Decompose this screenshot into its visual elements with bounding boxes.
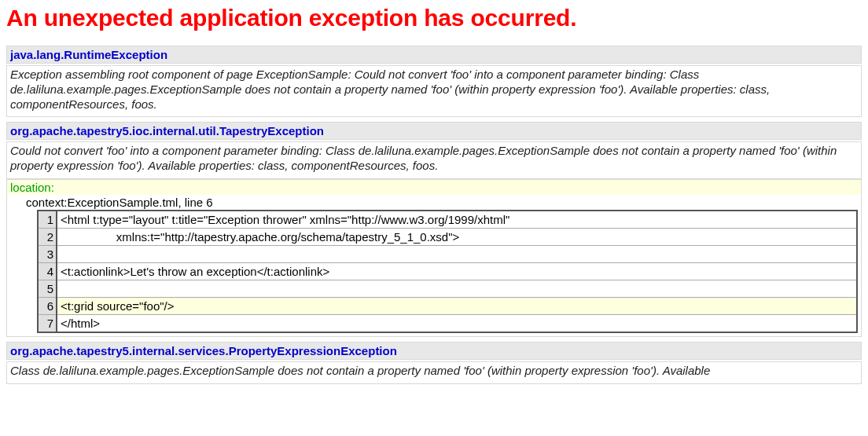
location-label: location: [6, 179, 862, 195]
exception-class-bar-3: org.apache.tapestry5.internal.services.P… [6, 342, 862, 360]
exception-class-bar-1: java.lang.RuntimeException [6, 46, 862, 64]
page-title: An unexpected application exception has … [6, 5, 862, 31]
line-number: 3 [38, 245, 57, 262]
source-code-block: 1 <html t:type="layout" t:title="Excepti… [6, 210, 862, 337]
line-number: 7 [38, 314, 57, 332]
table-row: 2 xmlns:t="http://tapestry.apache.org/sc… [38, 228, 857, 245]
code-line: xmlns:t="http://tapestry.apache.org/sche… [57, 228, 857, 245]
line-number: 4 [38, 262, 57, 280]
code-line: <t:grid source="foo"/> [57, 297, 857, 314]
table-row: 7 </html> [38, 314, 857, 332]
line-number: 5 [38, 280, 57, 297]
code-line: </html> [57, 314, 857, 332]
exception-class-bar-2: org.apache.tapestry5.ioc.internal.util.T… [6, 122, 862, 140]
line-number: 6 [38, 297, 57, 314]
code-line: <t:actionlink>Let's throw an exception</… [57, 262, 857, 280]
table-row: 5 [38, 280, 857, 297]
table-row: 1 <html t:type="layout" t:title="Excepti… [38, 211, 857, 229]
line-number: 1 [38, 211, 57, 229]
exception-message-3: Class de.laliluna.example.pages.Exceptio… [6, 361, 862, 384]
table-row: 4 <t:actionlink>Let's throw an exception… [38, 262, 857, 280]
code-line: <html t:type="layout" t:title="Exception… [57, 211, 857, 229]
location-text: context:ExceptionSample.tml, line 6 [6, 195, 862, 210]
line-number: 2 [38, 228, 57, 245]
code-line [57, 280, 857, 297]
exception-message-1: Exception assembling root component of p… [6, 65, 862, 117]
code-line [57, 245, 857, 262]
exception-message-2: Could not convert 'foo' into a component… [6, 141, 862, 179]
table-row-highlight: 6 <t:grid source="foo"/> [38, 297, 857, 314]
source-code-table: 1 <html t:type="layout" t:title="Excepti… [37, 210, 858, 333]
table-row: 3 [38, 245, 857, 262]
